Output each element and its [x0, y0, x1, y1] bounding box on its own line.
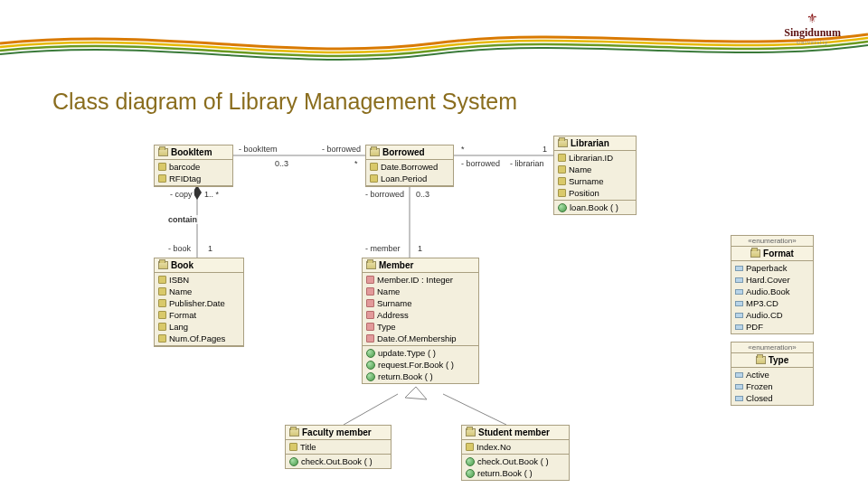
class-icon: [370, 148, 380, 156]
op-icon: [366, 361, 375, 370]
attr: barcode: [169, 162, 200, 172]
literal: Frozen: [746, 381, 773, 391]
op: request.For.Book ( ): [378, 360, 454, 370]
svg-line-5: [344, 394, 398, 425]
uml-diagram: BookItem barcode RFIDtag Borrowed Date.B…: [0, 136, 868, 488]
attr-icon: [558, 189, 566, 197]
svg-line-6: [443, 394, 506, 425]
attr-icon: [158, 311, 166, 319]
attr-icon: [158, 174, 166, 183]
enum-literal-icon: [735, 266, 743, 271]
class-icon: [366, 261, 376, 269]
enum-format: «enumeration» Format Paperback Hard.Cove…: [731, 235, 814, 334]
attr-icon: [158, 287, 166, 296]
op: check.Out.Book ( ): [477, 456, 549, 466]
mult-0-3: 0..3: [273, 159, 290, 168]
svg-marker-7: [405, 387, 427, 399]
enum-literal-icon: [735, 313, 743, 318]
role-bookitem: - bookItem: [237, 145, 279, 154]
class-name: Book: [171, 260, 193, 270]
mult-star: *: [459, 145, 467, 154]
attr-priv-icon: [366, 323, 374, 331]
op: loan.Book ( ): [570, 202, 618, 212]
attr-priv-icon: [366, 287, 374, 296]
attr-icon: [558, 165, 566, 174]
class-name: BookItem: [171, 147, 212, 157]
attr-icon: [158, 299, 166, 307]
attr: Index.No: [476, 442, 511, 452]
attr: Address: [377, 310, 409, 320]
class-icon: [756, 356, 766, 364]
stereotype: «enumeration»: [731, 343, 813, 353]
class-name: Member: [379, 260, 413, 270]
role-borrowed: - borrowed: [363, 190, 406, 199]
attr: Publisher.Date: [169, 298, 225, 308]
literal: Audio.CD: [746, 310, 783, 320]
attr-icon: [370, 174, 378, 183]
assoc-contain: contain: [166, 215, 199, 224]
attr-priv-icon: [366, 334, 374, 343]
attr-icon: [370, 163, 378, 171]
attr-icon: [466, 443, 474, 451]
attr-icon: [158, 276, 166, 284]
op: update.Type ( ): [378, 348, 436, 358]
attr: ISBN: [169, 275, 189, 285]
attr: Lang: [169, 322, 188, 332]
op: check.Out.Book ( ): [301, 456, 373, 466]
role-librarian: - librarian: [508, 159, 546, 168]
literal: Paperback: [746, 263, 787, 273]
role-copy: - copy: [168, 190, 194, 199]
op-icon: [366, 372, 375, 381]
attr: Librarian.ID: [569, 153, 613, 163]
attr: Name: [569, 164, 591, 174]
class-icon: [466, 428, 476, 436]
attr-icon: [158, 163, 166, 171]
enum-literal-icon: [735, 324, 743, 330]
role-book: - book: [166, 244, 193, 253]
header-wave: [0, 0, 868, 63]
literal: PDF: [746, 322, 763, 332]
class-icon: [158, 261, 168, 269]
class-icon: [750, 249, 760, 258]
class-icon: [158, 148, 168, 156]
class-icon: [558, 139, 568, 147]
enum-literal-icon: [735, 277, 743, 283]
class-icon: [289, 428, 299, 436]
literal: MP3.CD: [746, 298, 778, 308]
stereotype: «enumeration»: [731, 236, 813, 247]
op-icon: [366, 349, 375, 358]
op: return.Book ( ): [378, 371, 433, 381]
class-bookitem: BookItem barcode RFIDtag: [154, 145, 233, 187]
attr: Num.Of.Pages: [169, 333, 225, 343]
enum-type: «enumeration» Type Active Frozen Closed: [731, 342, 814, 406]
attr-icon: [558, 154, 566, 162]
attr-icon: [289, 443, 297, 451]
mult-1: 1: [541, 145, 549, 154]
class-borrowed: Borrowed Date.Borrowed Loan.Period: [365, 145, 454, 187]
enum-literal-icon: [735, 301, 743, 306]
attr: Date.Of.Membership: [377, 333, 457, 343]
attr-priv-icon: [366, 276, 374, 284]
literal: Closed: [746, 393, 773, 403]
mult-1-star: 1.. *: [203, 190, 221, 199]
op-icon: [558, 203, 567, 212]
logo-subtitle: University: [784, 40, 841, 45]
enum-literal-icon: [735, 384, 743, 389]
class-name: Borrowed: [382, 147, 425, 157]
class-faculty-member: Faculty member Title check.Out.Book ( ): [285, 425, 392, 469]
attr: Name: [377, 286, 400, 296]
op: return.Book ( ): [477, 468, 533, 478]
role-borrowed: - borrowed: [459, 159, 502, 168]
attr: Loan.Period: [381, 174, 427, 183]
mult-1: 1: [416, 244, 424, 253]
enum-name: Type: [769, 355, 789, 365]
attr: Date.Borrowed: [381, 162, 438, 172]
literal: Active: [746, 370, 769, 380]
class-member: Member Member.ID : Integer Name Surname …: [362, 258, 479, 384]
attr-priv-icon: [366, 299, 374, 307]
literal: Hard.Cover: [746, 275, 790, 285]
mult-1: 1: [206, 244, 214, 253]
attr: Member.ID : Integer: [377, 275, 453, 285]
literal: Audio.Book: [746, 286, 790, 296]
attr-icon: [158, 334, 166, 343]
